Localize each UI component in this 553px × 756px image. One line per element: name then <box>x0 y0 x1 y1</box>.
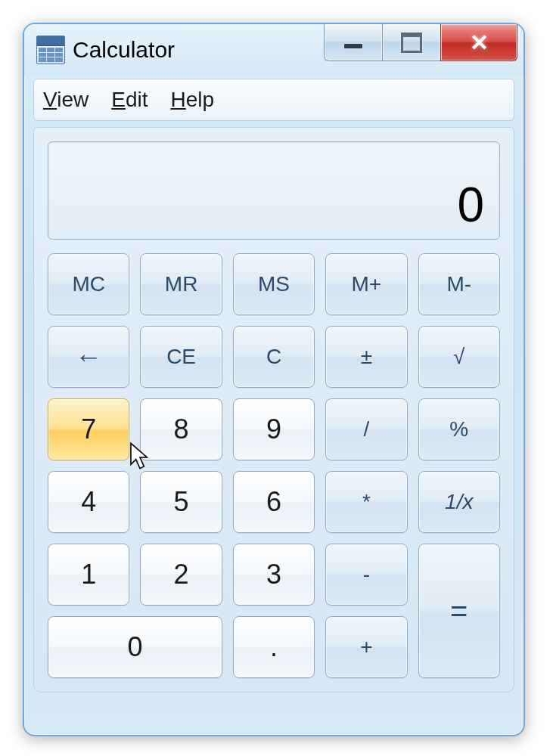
equals-button[interactable]: = <box>418 544 500 678</box>
memory-add-button[interactable]: M+ <box>325 253 407 315</box>
digit-3-button[interactable]: 3 <box>233 544 315 606</box>
digit-8-button[interactable]: 8 <box>140 398 222 460</box>
keypad: MC MR MS M+ M- ← CE C ± √ 7 8 9 / % 4 5 … <box>48 253 500 678</box>
display: 0 <box>48 141 500 240</box>
reciprocal-button[interactable]: 1/x <box>418 471 500 533</box>
add-button[interactable]: + <box>325 616 407 678</box>
menu-help[interactable]: Help <box>170 88 214 112</box>
calculator-window: Calculator ✕ View Edit Help 0 MC MR MS M… <box>23 23 525 736</box>
clear-entry-button[interactable]: CE <box>140 326 222 388</box>
digit-2-button[interactable]: 2 <box>140 544 222 606</box>
multiply-button[interactable]: * <box>325 471 407 533</box>
digit-9-button[interactable]: 9 <box>233 398 315 460</box>
sqrt-button[interactable]: √ <box>418 326 500 388</box>
digit-0-button[interactable]: 0 <box>48 616 222 678</box>
maximize-icon <box>401 33 422 53</box>
backspace-button[interactable]: ← <box>48 326 129 388</box>
digit-1-button[interactable]: 1 <box>48 544 129 606</box>
digit-7-button[interactable]: 7 <box>48 398 129 460</box>
titlebar[interactable]: Calculator ✕ <box>24 24 523 76</box>
memory-recall-button[interactable]: MR <box>140 253 222 315</box>
divide-button[interactable]: / <box>325 398 407 460</box>
menu-edit[interactable]: Edit <box>111 88 148 112</box>
menu-view[interactable]: View <box>43 88 89 112</box>
digit-6-button[interactable]: 6 <box>233 471 315 533</box>
menu-bar: View Edit Help <box>33 79 514 121</box>
memory-subtract-button[interactable]: M- <box>418 253 500 315</box>
window-title: Calculator <box>73 37 175 63</box>
minimize-icon <box>344 44 362 48</box>
digit-4-button[interactable]: 4 <box>48 471 129 533</box>
client-area: 0 MC MR MS M+ M- ← CE C ± √ 7 8 9 / % 4 … <box>33 127 514 692</box>
minimize-button[interactable] <box>324 24 383 61</box>
maximize-button[interactable] <box>382 24 441 61</box>
reciprocal-label: 1/x <box>445 490 473 514</box>
window-controls: ✕ <box>325 24 517 61</box>
decimal-button[interactable]: . <box>233 616 315 678</box>
close-button[interactable]: ✕ <box>440 24 517 61</box>
digit-5-button[interactable]: 5 <box>140 471 222 533</box>
backspace-icon: ← <box>75 341 102 373</box>
subtract-button[interactable]: - <box>325 544 407 606</box>
calculator-icon <box>36 36 65 64</box>
memory-clear-button[interactable]: MC <box>48 253 129 315</box>
clear-button[interactable]: C <box>233 326 315 388</box>
close-icon: ✕ <box>470 29 489 56</box>
percent-button[interactable]: % <box>418 398 500 460</box>
negate-button[interactable]: ± <box>325 326 407 388</box>
memory-store-button[interactable]: MS <box>233 253 315 315</box>
